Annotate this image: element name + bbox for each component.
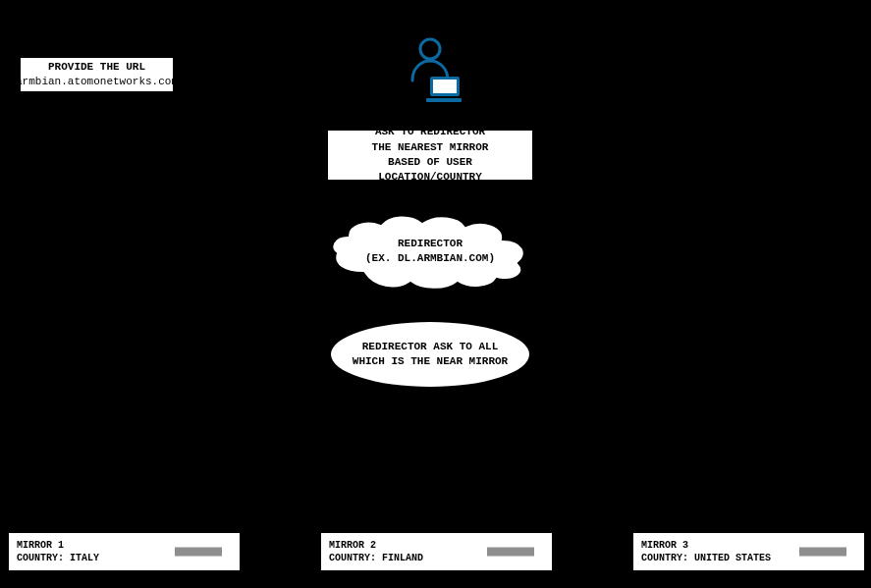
mirror-2-country-label: COUNTRY: xyxy=(329,553,376,563)
redirector-line2: (EX. DL.ARMBIAN.COM) xyxy=(365,252,495,264)
svg-rect-11 xyxy=(433,80,457,93)
ask-redirector-line1: ASK TO REDIRECTOR xyxy=(375,125,485,139)
diagram-stage: PROVIDE THE URL armbian.atomonetworks.co… xyxy=(0,0,871,588)
redirector-line1: REDIRECTOR xyxy=(398,238,463,249)
mirror-3-country-label: COUNTRY: xyxy=(641,553,688,563)
provide-url-box: PROVIDE THE URL armbian.atomonetworks.co… xyxy=(20,57,174,92)
svg-rect-12 xyxy=(426,98,462,102)
user-client-icon xyxy=(407,33,462,107)
ask-all-label: REDIRECTOR ASK TO ALL WHICH IS THE NEAR … xyxy=(353,340,508,369)
mirror-slot-icon xyxy=(799,548,846,557)
mirror-slot-icon xyxy=(175,548,222,557)
redirector-label: REDIRECTOR (EX. DL.ARMBIAN.COM) xyxy=(365,237,495,266)
ask-all-line1: REDIRECTOR ASK TO ALL xyxy=(362,341,499,352)
provide-url-line1: PROVIDE THE URL xyxy=(48,60,145,75)
ask-redirector-line3: BASED OF USER LOCATION/COUNTRY xyxy=(336,155,524,186)
ask-redirector-line2: THE NEAREST MIRROR xyxy=(372,140,489,155)
mirror-2-country: FINLAND xyxy=(382,553,423,563)
mirror-1-country-label: COUNTRY: xyxy=(17,553,64,563)
ask-all-line2: WHICH IS THE NEAR MIRROR xyxy=(353,355,508,367)
ask-all-ellipse: REDIRECTOR ASK TO ALL WHICH IS THE NEAR … xyxy=(329,320,531,389)
mirror-1-box: MIRROR 1 COUNTRY: ITALY xyxy=(8,532,241,571)
ask-redirector-box: ASK TO REDIRECTOR THE NEAREST MIRROR BAS… xyxy=(327,130,533,181)
mirror-3-country: UNITED STATES xyxy=(694,553,771,563)
mirror-1-country: ITALY xyxy=(70,553,99,563)
mirror-2-box: MIRROR 2 COUNTRY: FINLAND xyxy=(320,532,553,571)
mirror-slot-icon xyxy=(487,548,534,557)
redirector-cloud: REDIRECTOR (EX. DL.ARMBIAN.COM) xyxy=(326,212,534,291)
svg-point-9 xyxy=(420,39,440,59)
provide-url-line2: armbian.atomonetworks.com xyxy=(16,75,178,89)
mirror-3-box: MIRROR 3 COUNTRY: UNITED STATES xyxy=(632,532,865,571)
